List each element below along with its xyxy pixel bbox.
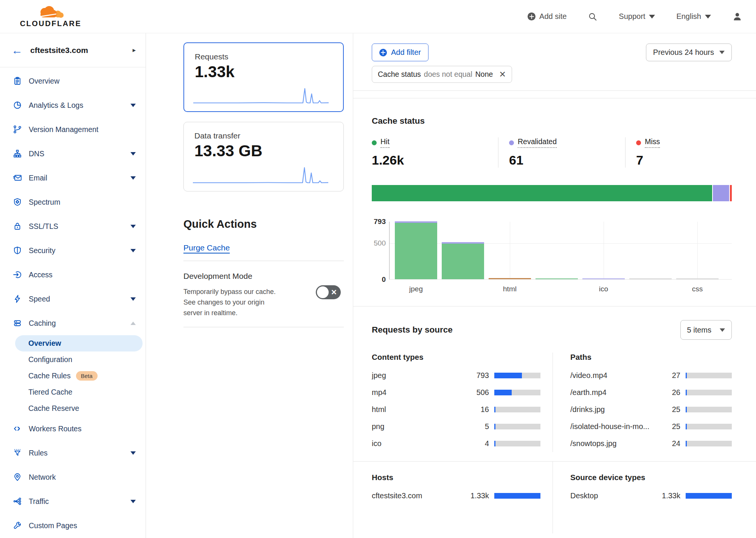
source-tables: Content types jpeg 793 mp4 506 html 16 xyxy=(372,353,732,452)
cache-status-bar-chart: 7935000jpeghtmlicocss xyxy=(372,222,732,280)
sidebar-item-spectrum[interactable]: Spectrum xyxy=(0,190,146,214)
requests-by-source-title: Requests by source xyxy=(372,325,453,335)
cache-status-stacked-bar xyxy=(372,185,732,201)
chevron-down-icon xyxy=(130,104,136,107)
sidebar-item-network[interactable]: Network xyxy=(0,465,146,489)
table-row[interactable]: /isolated-house-in-mo... 25 xyxy=(570,418,732,435)
sidebar-item-analytics-logs[interactable]: Analytics & Logs xyxy=(0,93,146,117)
chart-bar-ico xyxy=(582,278,625,279)
chart-bar-css xyxy=(676,278,719,279)
sidebar-item-access[interactable]: Access xyxy=(0,263,146,287)
sidebar-item-version-management[interactable]: Version Management xyxy=(0,117,146,141)
table-row[interactable]: mp4 506 xyxy=(372,384,540,401)
data-transfer-label: Data transfer xyxy=(194,131,333,140)
chart-bar-mp4 xyxy=(442,242,484,279)
sidebar-nav: Overview Analytics & Logs Version Manage… xyxy=(0,67,146,538)
divider xyxy=(353,90,756,91)
sidebar-subitem-configuration[interactable]: Configuration xyxy=(15,351,143,368)
sidebar-item-security[interactable]: Security xyxy=(0,238,146,263)
cache-bar-chart-plot: 7935000jpeghtmlicocss xyxy=(389,222,732,280)
meter xyxy=(494,493,540,499)
table-row[interactable]: ico 4 xyxy=(372,435,540,452)
gridline xyxy=(604,222,604,279)
sidebar-item-overview[interactable]: Overview xyxy=(0,69,146,93)
clipboard-icon xyxy=(12,76,23,86)
data-transfer-card[interactable]: Data transfer 13.33 GB xyxy=(183,122,344,191)
chart-bar-segment xyxy=(676,278,719,279)
sidebar-item-email[interactable]: Email xyxy=(0,166,146,190)
sidebar-item-rules[interactable]: Rules xyxy=(0,441,146,465)
meter xyxy=(494,441,540,446)
back-arrow-icon[interactable]: ← xyxy=(11,45,23,56)
sidebar-item-speed[interactable]: Speed xyxy=(0,287,146,311)
chevron-right-icon[interactable]: ▸ xyxy=(132,46,136,54)
table-row[interactable]: cftestsite3.com 1.33k xyxy=(372,487,540,504)
table-row[interactable]: png 5 xyxy=(372,418,540,435)
plus-icon xyxy=(379,49,387,56)
table-row[interactable]: /snowtops.jpg 24 xyxy=(570,435,732,452)
hosts-devices-tables: Hosts cftestsite3.com 1.33k Source devic… xyxy=(372,462,732,533)
chart-bar-html xyxy=(489,278,531,279)
stat-miss: Miss 7 xyxy=(625,137,660,168)
search-button[interactable] xyxy=(588,12,598,22)
revalidated-label[interactable]: Revalidated xyxy=(518,137,557,148)
meter xyxy=(686,373,732,378)
time-range-select[interactable]: Previous 24 hours xyxy=(646,44,732,61)
search-icon xyxy=(588,12,598,22)
table-row[interactable]: /video.mp4 27 xyxy=(570,367,732,384)
site-selector[interactable]: ← cftestsite3.com ▸ xyxy=(0,33,146,67)
sidebar-item-traffic[interactable]: Traffic xyxy=(0,489,146,513)
sidebar-item-custom-pages[interactable]: Custom Pages xyxy=(0,513,146,538)
development-mode-toggle[interactable]: ✕ xyxy=(316,285,341,299)
meter xyxy=(686,441,732,446)
filter-chip-value: None xyxy=(475,70,493,79)
language-menu[interactable]: English xyxy=(676,12,711,21)
sidebar-subitem-cache-rules[interactable]: Cache Rules Beta xyxy=(15,368,143,384)
sidebar-item-dns[interactable]: DNS xyxy=(0,141,146,166)
chart-bar-png xyxy=(536,278,578,279)
stacked-bar-revalidated xyxy=(713,185,729,201)
requests-label: Requests xyxy=(195,52,332,61)
sidebar-subitem-tiered-cache[interactable]: Tiered Cache xyxy=(15,384,143,400)
sidebar-subitem-caching-overview[interactable]: Overview xyxy=(15,335,143,351)
add-filter-button[interactable]: Add filter xyxy=(372,44,428,61)
table-row[interactable]: /earth.mp4 26 xyxy=(570,384,732,401)
miss-label[interactable]: Miss xyxy=(645,137,660,148)
table-row[interactable]: Desktop 1.33k xyxy=(570,487,732,504)
branch-icon xyxy=(12,125,23,134)
shield-icon xyxy=(12,246,23,255)
toggle-knob xyxy=(317,286,329,298)
purge-cache-link[interactable]: Purge Cache xyxy=(183,243,230,252)
miss-dot xyxy=(636,140,641,145)
chevron-down-icon xyxy=(130,176,136,180)
divider xyxy=(183,261,344,261)
chevron-down-icon xyxy=(719,51,725,54)
table-row[interactable]: jpeg 793 xyxy=(372,367,540,384)
development-mode-title: Development Mode xyxy=(183,272,344,281)
support-menu[interactable]: Support xyxy=(619,12,655,21)
content-types-table: Content types jpeg 793 mp4 506 html 16 xyxy=(372,353,553,452)
revalidated-dot xyxy=(509,140,514,145)
analytics-panel: Add filter Previous 24 hours Cache statu… xyxy=(353,33,756,538)
miss-value: 7 xyxy=(636,153,660,168)
remove-filter-icon[interactable]: ✕ xyxy=(499,70,506,79)
share-network-icon xyxy=(12,497,23,506)
user-account-button[interactable] xyxy=(732,11,742,22)
hit-value: 1.26k xyxy=(372,153,498,168)
add-site-button[interactable]: Add site xyxy=(528,12,567,21)
chart-bar-segment xyxy=(395,223,437,279)
items-count-select[interactable]: 5 items xyxy=(680,320,732,340)
hit-label[interactable]: Hit xyxy=(380,137,390,148)
sidebar-item-ssl-tls[interactable]: SSL/TLS xyxy=(0,214,146,238)
sidebar-item-workers-routes[interactable]: Workers Routes xyxy=(0,417,146,441)
meter xyxy=(686,424,732,429)
requests-card[interactable]: Requests 1.33k xyxy=(183,42,344,112)
location-pin-icon xyxy=(12,473,23,482)
sidebar-subitem-cache-reserve[interactable]: Cache Reserve xyxy=(15,400,143,417)
chart-bar-segment xyxy=(489,278,531,279)
table-row[interactable]: /drinks.jpg 25 xyxy=(570,401,732,418)
sidebar-item-caching[interactable]: Caching xyxy=(0,311,146,335)
table-row[interactable]: html 16 xyxy=(372,401,540,418)
meter xyxy=(494,407,540,412)
chart-bar-segment xyxy=(629,278,672,279)
